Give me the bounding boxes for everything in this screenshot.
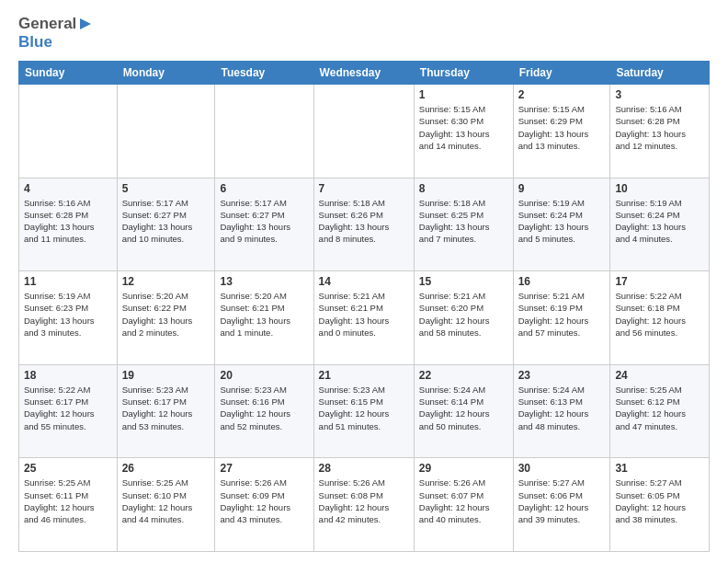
weekday-header-sunday: Sunday <box>19 62 118 85</box>
calendar-cell <box>117 85 215 178</box>
calendar-cell: 1Sunrise: 5:15 AM Sunset: 6:30 PM Daylig… <box>414 85 513 178</box>
calendar-cell: 3Sunrise: 5:16 AM Sunset: 6:28 PM Daylig… <box>610 85 710 178</box>
day-info: Sunrise: 5:26 AM Sunset: 6:08 PM Dayligh… <box>319 477 409 525</box>
calendar-cell: 5Sunrise: 5:17 AM Sunset: 6:27 PM Daylig… <box>117 178 215 271</box>
header: General Blue <box>18 15 710 52</box>
day-number: 21 <box>319 369 409 382</box>
page: General Blue SundayMondayTuesdayWednesda… <box>0 0 728 563</box>
day-number: 23 <box>518 369 606 382</box>
day-info: Sunrise: 5:21 AM Sunset: 6:20 PM Dayligh… <box>419 290 508 339</box>
calendar-cell: 22Sunrise: 5:24 AM Sunset: 6:14 PM Dayli… <box>414 364 513 458</box>
weekday-header-friday: Friday <box>513 62 610 85</box>
day-number: 28 <box>319 462 409 475</box>
calendar-cell: 18Sunrise: 5:22 AM Sunset: 6:17 PM Dayli… <box>19 364 118 458</box>
day-number: 29 <box>419 462 508 475</box>
calendar-cell: 19Sunrise: 5:23 AM Sunset: 6:17 PM Dayli… <box>117 364 215 458</box>
day-number: 30 <box>518 462 606 475</box>
day-number: 27 <box>220 462 308 475</box>
calendar-cell: 20Sunrise: 5:23 AM Sunset: 6:16 PM Dayli… <box>215 364 313 458</box>
calendar-cell: 4Sunrise: 5:16 AM Sunset: 6:28 PM Daylig… <box>19 178 118 271</box>
calendar-cell: 28Sunrise: 5:26 AM Sunset: 6:08 PM Dayli… <box>313 458 414 552</box>
weekday-header-monday: Monday <box>117 62 215 85</box>
logo-triangle-icon <box>78 17 93 31</box>
day-info: Sunrise: 5:24 AM Sunset: 6:14 PM Dayligh… <box>419 384 508 432</box>
calendar-cell: 2Sunrise: 5:15 AM Sunset: 6:29 PM Daylig… <box>513 85 610 178</box>
day-number: 14 <box>319 275 409 288</box>
day-number: 15 <box>419 275 508 288</box>
calendar-cell: 23Sunrise: 5:24 AM Sunset: 6:13 PM Dayli… <box>513 364 610 458</box>
calendar-cell: 12Sunrise: 5:20 AM Sunset: 6:22 PM Dayli… <box>117 271 215 365</box>
day-number: 7 <box>319 182 409 195</box>
calendar-cell: 25Sunrise: 5:25 AM Sunset: 6:11 PM Dayli… <box>19 458 118 552</box>
logo-general-text: General <box>18 15 76 33</box>
day-info: Sunrise: 5:15 AM Sunset: 6:29 PM Dayligh… <box>518 103 606 152</box>
calendar-cell: 14Sunrise: 5:21 AM Sunset: 6:21 PM Dayli… <box>313 271 414 365</box>
day-info: Sunrise: 5:19 AM Sunset: 6:24 PM Dayligh… <box>615 197 704 246</box>
calendar-cell: 31Sunrise: 5:27 AM Sunset: 6:05 PM Dayli… <box>610 458 710 552</box>
day-number: 8 <box>419 182 508 195</box>
day-number: 31 <box>615 462 704 475</box>
day-info: Sunrise: 5:17 AM Sunset: 6:27 PM Dayligh… <box>122 197 210 246</box>
day-info: Sunrise: 5:16 AM Sunset: 6:28 PM Dayligh… <box>24 197 112 246</box>
day-number: 11 <box>24 275 112 288</box>
day-info: Sunrise: 5:25 AM Sunset: 6:10 PM Dayligh… <box>122 477 210 525</box>
day-info: Sunrise: 5:18 AM Sunset: 6:26 PM Dayligh… <box>319 197 409 246</box>
day-number: 24 <box>615 369 704 382</box>
day-number: 18 <box>24 369 112 382</box>
day-info: Sunrise: 5:18 AM Sunset: 6:25 PM Dayligh… <box>419 197 508 246</box>
day-info: Sunrise: 5:22 AM Sunset: 6:18 PM Dayligh… <box>615 290 704 339</box>
logo: General Blue <box>18 15 93 52</box>
calendar-cell: 10Sunrise: 5:19 AM Sunset: 6:24 PM Dayli… <box>610 178 710 271</box>
calendar-cell: 30Sunrise: 5:27 AM Sunset: 6:06 PM Dayli… <box>513 458 610 552</box>
calendar-cell <box>215 85 313 178</box>
day-info: Sunrise: 5:25 AM Sunset: 6:12 PM Dayligh… <box>615 384 704 432</box>
calendar-cell: 13Sunrise: 5:20 AM Sunset: 6:21 PM Dayli… <box>215 271 313 365</box>
day-info: Sunrise: 5:15 AM Sunset: 6:30 PM Dayligh… <box>419 103 508 152</box>
week-row-2: 4Sunrise: 5:16 AM Sunset: 6:28 PM Daylig… <box>19 178 710 271</box>
weekday-header-wednesday: Wednesday <box>313 62 414 85</box>
calendar-cell: 6Sunrise: 5:17 AM Sunset: 6:27 PM Daylig… <box>215 178 313 271</box>
day-number: 16 <box>518 275 606 288</box>
calendar-cell: 17Sunrise: 5:22 AM Sunset: 6:18 PM Dayli… <box>610 271 710 365</box>
day-info: Sunrise: 5:23 AM Sunset: 6:16 PM Dayligh… <box>220 384 308 432</box>
calendar-cell: 7Sunrise: 5:18 AM Sunset: 6:26 PM Daylig… <box>313 178 414 271</box>
weekday-header-tuesday: Tuesday <box>215 62 313 85</box>
day-number: 6 <box>220 182 308 195</box>
svg-marker-0 <box>80 18 91 29</box>
day-number: 19 <box>122 369 210 382</box>
day-number: 12 <box>122 275 210 288</box>
weekday-header-row: SundayMondayTuesdayWednesdayThursdayFrid… <box>19 62 710 85</box>
calendar-cell <box>313 85 414 178</box>
day-info: Sunrise: 5:22 AM Sunset: 6:17 PM Dayligh… <box>24 384 112 432</box>
week-row-3: 11Sunrise: 5:19 AM Sunset: 6:23 PM Dayli… <box>19 271 710 365</box>
day-number: 1 <box>419 88 508 101</box>
logo-blue-text: Blue <box>18 33 52 51</box>
day-info: Sunrise: 5:19 AM Sunset: 6:24 PM Dayligh… <box>518 197 606 246</box>
calendar-cell: 11Sunrise: 5:19 AM Sunset: 6:23 PM Dayli… <box>19 271 118 365</box>
day-info: Sunrise: 5:20 AM Sunset: 6:22 PM Dayligh… <box>122 290 210 339</box>
day-number: 2 <box>518 88 606 101</box>
day-number: 25 <box>24 462 112 475</box>
day-number: 20 <box>220 369 308 382</box>
day-info: Sunrise: 5:17 AM Sunset: 6:27 PM Dayligh… <box>220 197 308 246</box>
day-info: Sunrise: 5:19 AM Sunset: 6:23 PM Dayligh… <box>24 290 112 339</box>
weekday-header-thursday: Thursday <box>414 62 513 85</box>
calendar-cell: 16Sunrise: 5:21 AM Sunset: 6:19 PM Dayli… <box>513 271 610 365</box>
day-info: Sunrise: 5:27 AM Sunset: 6:05 PM Dayligh… <box>615 477 704 525</box>
day-number: 13 <box>220 275 308 288</box>
week-row-4: 18Sunrise: 5:22 AM Sunset: 6:17 PM Dayli… <box>19 364 710 458</box>
day-number: 9 <box>518 182 606 195</box>
calendar-cell: 26Sunrise: 5:25 AM Sunset: 6:10 PM Dayli… <box>117 458 215 552</box>
day-number: 4 <box>24 182 112 195</box>
day-number: 22 <box>419 369 508 382</box>
week-row-1: 1Sunrise: 5:15 AM Sunset: 6:30 PM Daylig… <box>19 85 710 178</box>
day-info: Sunrise: 5:23 AM Sunset: 6:15 PM Dayligh… <box>319 384 409 432</box>
calendar-cell: 15Sunrise: 5:21 AM Sunset: 6:20 PM Dayli… <box>414 271 513 365</box>
calendar-cell: 27Sunrise: 5:26 AM Sunset: 6:09 PM Dayli… <box>215 458 313 552</box>
day-number: 5 <box>122 182 210 195</box>
day-number: 3 <box>615 88 704 101</box>
day-info: Sunrise: 5:16 AM Sunset: 6:28 PM Dayligh… <box>615 103 704 152</box>
day-info: Sunrise: 5:27 AM Sunset: 6:06 PM Dayligh… <box>518 477 606 525</box>
day-number: 26 <box>122 462 210 475</box>
day-number: 10 <box>615 182 704 195</box>
